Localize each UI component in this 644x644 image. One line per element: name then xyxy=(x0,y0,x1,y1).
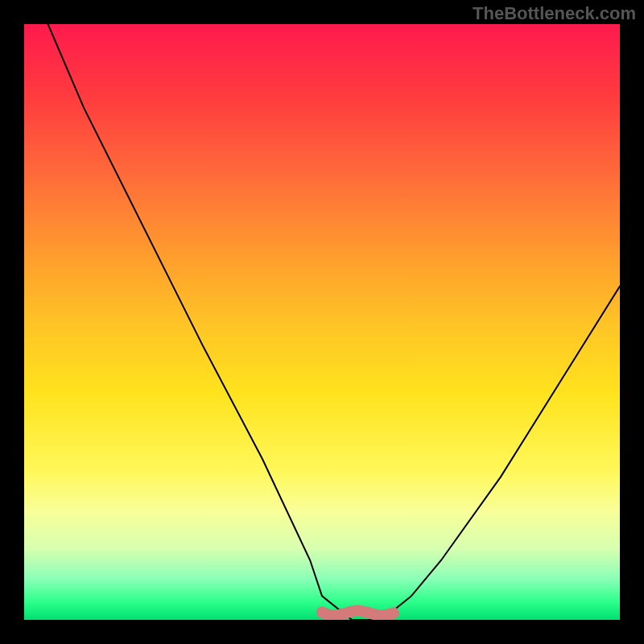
flat-region-marker xyxy=(322,611,394,616)
plot-area xyxy=(24,24,620,620)
chart-container: TheBottleneck.com xyxy=(0,0,644,644)
curve-layer xyxy=(24,24,620,620)
flat-region-dot-right xyxy=(388,608,399,619)
bottleneck-curve-path xyxy=(48,24,620,620)
flat-region-dot-left xyxy=(316,607,328,618)
watermark-text: TheBottleneck.com xyxy=(473,3,636,24)
